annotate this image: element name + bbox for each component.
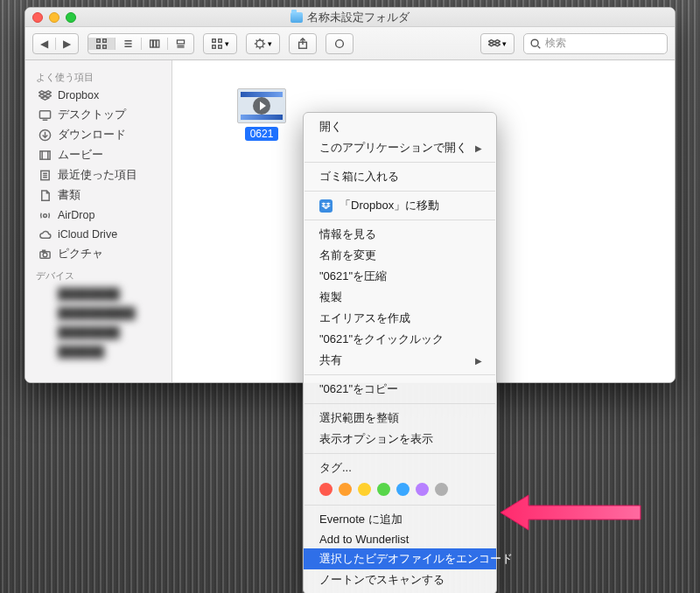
svg-point-33: [531, 39, 538, 46]
close-window-button[interactable]: [32, 12, 43, 23]
tag-red[interactable]: [319, 483, 332, 496]
icon-view-button[interactable]: [88, 38, 115, 50]
sidebar-item-downloads[interactable]: ダウンロード: [25, 125, 172, 145]
menu-copy[interactable]: "0621"をコピー: [304, 379, 496, 400]
sidebar-item-device[interactable]: ████████: [25, 323, 172, 342]
forward-button[interactable]: ▶: [55, 38, 78, 50]
dropbox-toolbar-button[interactable]: ▾: [480, 33, 514, 54]
menu-compress[interactable]: "0621"を圧縮: [304, 266, 496, 287]
tag-orange[interactable]: [339, 483, 352, 496]
arrange-button[interactable]: ▾: [203, 33, 237, 54]
menu-duplicate[interactable]: 複製: [304, 287, 496, 308]
menu-norton-scan[interactable]: ノートンでスキャンする: [304, 569, 496, 590]
chevron-right-icon: ▶: [475, 356, 482, 366]
menu-quicklook[interactable]: "0621"をクイックルック: [304, 329, 496, 350]
traffic-lights: [32, 12, 76, 23]
sidebar-item-device[interactable]: ██████: [25, 342, 172, 361]
back-button[interactable]: ◀: [33, 38, 55, 50]
menu-open-with[interactable]: このアプリケーションで開く▶: [304, 137, 496, 158]
sidebar-heading-favorites: よく使う項目: [25, 66, 172, 86]
tag-green[interactable]: [377, 483, 390, 496]
action-button[interactable]: ▾: [246, 33, 280, 54]
sidebar-item-pictures[interactable]: ピクチャ: [25, 244, 172, 264]
sidebar-item-label: 書類: [58, 188, 80, 203]
sidebar-item-label: デスクトップ: [58, 108, 126, 122]
menu-trash[interactable]: ゴミ箱に入れる: [304, 166, 496, 187]
download-icon: [38, 129, 52, 143]
menu-separator: [304, 191, 495, 192]
menu-tags[interactable]: タグ...: [304, 457, 496, 478]
svg-rect-9: [157, 39, 159, 46]
svg-point-51: [43, 213, 46, 217]
svg-marker-57: [321, 205, 326, 207]
sidebar-item-label: ムービー: [58, 148, 103, 163]
sidebar-item-dropbox[interactable]: Dropbox: [25, 86, 172, 105]
sidebar: よく使う項目 Dropbox デスクトップ ダウンロード ムービー 最近使った項…: [25, 60, 172, 382]
svg-rect-40: [39, 111, 50, 118]
list-view-button[interactable]: [115, 38, 141, 50]
svg-point-53: [43, 253, 47, 257]
svg-rect-8: [153, 39, 156, 46]
file-item[interactable]: 0621: [232, 88, 291, 141]
svg-rect-1: [103, 38, 107, 42]
svg-point-17: [256, 40, 263, 47]
svg-marker-32: [494, 43, 500, 46]
context-menu: 開く このアプリケーションで開く▶ ゴミ箱に入れる 「Dropbox」に移動 情…: [303, 112, 497, 593]
search-field[interactable]: 検索: [523, 33, 668, 54]
menu-view-options[interactable]: 表示オプションを表示: [304, 429, 496, 450]
annotation-arrow-icon: [500, 486, 649, 539]
svg-marker-55: [321, 202, 326, 205]
menu-wunderlist[interactable]: Add to Wunderlist: [304, 530, 496, 548]
folder-icon: [290, 12, 303, 23]
tag-blue[interactable]: [396, 483, 410, 496]
sidebar-item-documents[interactable]: 書類: [25, 185, 172, 206]
sidebar-item-icloud[interactable]: iCloud Drive: [25, 225, 172, 244]
sidebar-item-recents[interactable]: 最近使った項目: [25, 165, 172, 185]
sidebar-item-movies[interactable]: ムービー: [25, 145, 172, 165]
sidebar-item-device[interactable]: ██████████: [25, 303, 172, 323]
menu-get-info[interactable]: 情報を見る: [304, 224, 496, 245]
menu-separator: [304, 403, 495, 404]
menu-rename[interactable]: 名前を変更: [304, 245, 496, 266]
tags-button[interactable]: [326, 33, 354, 54]
svg-marker-59: [324, 206, 329, 209]
svg-rect-15: [213, 45, 216, 48]
tag-gray[interactable]: [435, 483, 448, 496]
zoom-window-button[interactable]: [66, 12, 76, 23]
menu-encode-video[interactable]: 選択したビデオファイルをエンコード: [304, 548, 496, 569]
svg-marker-56: [326, 202, 331, 205]
tag-yellow[interactable]: [358, 483, 371, 496]
search-icon: [529, 38, 542, 50]
svg-rect-3: [103, 45, 107, 48]
camera-icon: [38, 248, 52, 262]
coverflow-view-button[interactable]: [167, 38, 193, 50]
share-button[interactable]: [289, 33, 317, 54]
sidebar-heading-devices: デバイス: [25, 264, 172, 284]
menu-share[interactable]: 共有▶: [304, 350, 496, 371]
documents-icon: [38, 189, 52, 203]
menu-alias[interactable]: エイリアスを作成: [304, 308, 496, 329]
column-view-button[interactable]: [141, 38, 167, 50]
menu-clean-selection[interactable]: 選択範囲を整頓: [304, 408, 496, 429]
sidebar-item-device[interactable]: ████████: [25, 284, 172, 303]
sidebar-item-desktop[interactable]: デスクトップ: [25, 105, 172, 125]
menu-move-dropbox[interactable]: 「Dropbox」に移動: [304, 195, 496, 216]
sidebar-item-label: iCloud Drive: [58, 228, 117, 241]
window-title-text: 名称未設定フォルダ: [307, 10, 410, 25]
svg-line-25: [262, 39, 263, 40]
minimize-window-button[interactable]: [49, 12, 60, 23]
sidebar-item-airdrop[interactable]: AirDrop: [25, 206, 172, 225]
svg-rect-0: [97, 38, 101, 42]
svg-marker-60: [500, 495, 640, 530]
toolbar: ◀ ▶ ▾ ▾ ▾ 検索: [25, 27, 675, 60]
menu-evernote[interactable]: Evernote に追加: [304, 509, 496, 530]
svg-rect-2: [97, 45, 101, 48]
svg-point-28: [336, 39, 344, 47]
tag-purple[interactable]: [416, 483, 429, 496]
video-thumbnail-icon: [237, 88, 286, 123]
tag-color-row: [304, 478, 496, 501]
menu-open[interactable]: 開く: [304, 116, 496, 137]
svg-rect-16: [219, 45, 222, 48]
cloud-icon: [38, 227, 52, 241]
desktop-icon: [38, 108, 52, 122]
